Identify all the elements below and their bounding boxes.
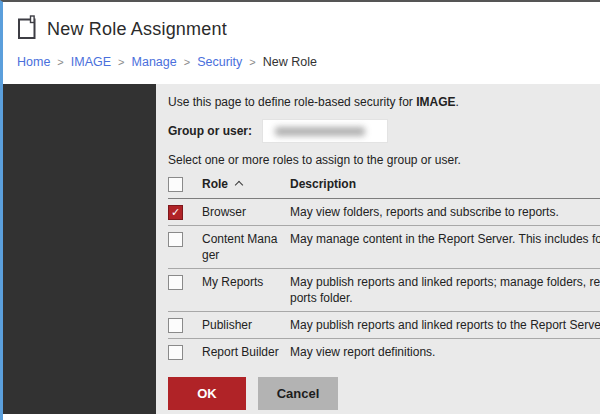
- group-or-user-label: Group or user:: [168, 124, 252, 138]
- role-name: Content Manager: [202, 231, 290, 263]
- role-checkbox[interactable]: ✓: [168, 205, 183, 220]
- description-column-header: Description: [290, 176, 600, 192]
- main-content: Use this page to define role-based secur…: [156, 84, 600, 414]
- role-checkbox[interactable]: ✓: [168, 232, 183, 247]
- breadcrumb: Home > IMAGE > Manage > Security > New R…: [17, 55, 600, 69]
- role-name: Browser: [202, 204, 290, 220]
- select-all-checkbox[interactable]: ✓: [168, 177, 183, 192]
- table-row-report-builder: ✓ Report Builder May view report definit…: [168, 339, 600, 365]
- table-header-row: ✓ Role Description: [168, 172, 600, 199]
- new-role-assignment-icon: [17, 15, 38, 44]
- intro-text: Use this page to define role-based secur…: [168, 94, 600, 110]
- role-description: May publish reports and linked reports t…: [290, 317, 600, 333]
- left-sidebar: [3, 84, 156, 414]
- breadcrumb-home[interactable]: Home: [17, 55, 50, 69]
- role-checkbox[interactable]: ✓: [168, 318, 183, 333]
- role-description: May manage content in the Report Server.…: [290, 231, 600, 247]
- redacted-value: [275, 127, 365, 136]
- group-or-user-row: Group or user:: [168, 119, 600, 143]
- role-column-header[interactable]: Role: [202, 176, 290, 192]
- page-header: New Role Assignment Home > IMAGE > Manag…: [3, 2, 600, 84]
- role-name: My Reports: [202, 274, 290, 290]
- sort-ascending-icon: [235, 181, 243, 189]
- checkmark-icon: ✓: [171, 207, 180, 218]
- breadcrumb-separator: >: [249, 56, 255, 68]
- breadcrumb-separator: >: [57, 56, 63, 68]
- table-row-content-manager: ✓ Content Manager May manage content in …: [168, 226, 600, 269]
- roles-table: ✓ Role Description ✓ Browser: [168, 172, 600, 365]
- group-or-user-input[interactable]: [262, 119, 388, 143]
- ok-button[interactable]: OK: [168, 377, 246, 410]
- app-window: New Role Assignment Home > IMAGE > Manag…: [0, 0, 600, 420]
- breadcrumb-manage[interactable]: Manage: [132, 55, 177, 69]
- role-description: May publish reports and linked reports; …: [290, 274, 600, 306]
- table-row-publisher: ✓ Publisher May publish reports and link…: [168, 312, 600, 339]
- role-name: Publisher: [202, 317, 290, 333]
- table-row-browser: ✓ Browser May view folders, reports and …: [168, 199, 600, 226]
- select-roles-instruction: Select one or more roles to assign to th…: [168, 152, 600, 168]
- table-row-my-reports: ✓ My Reports May publish reports and lin…: [168, 269, 600, 312]
- breadcrumb-security[interactable]: Security: [197, 55, 242, 69]
- cancel-button[interactable]: Cancel: [258, 377, 338, 410]
- role-description: May view folders, reports and subscribe …: [290, 204, 600, 220]
- action-buttons: OK Cancel: [168, 377, 600, 410]
- intro-target-name: IMAGE: [416, 95, 455, 109]
- role-name: Report Builder: [202, 344, 290, 360]
- breadcrumb-current-new-role: New Role: [263, 55, 317, 69]
- role-checkbox[interactable]: ✓: [168, 345, 183, 360]
- breadcrumb-separator: >: [118, 56, 124, 68]
- page-title: New Role Assignment: [47, 19, 227, 40]
- breadcrumb-image[interactable]: IMAGE: [71, 55, 111, 69]
- breadcrumb-separator: >: [184, 56, 190, 68]
- role-checkbox[interactable]: ✓: [168, 275, 183, 290]
- role-description: May view report definitions.: [290, 344, 600, 360]
